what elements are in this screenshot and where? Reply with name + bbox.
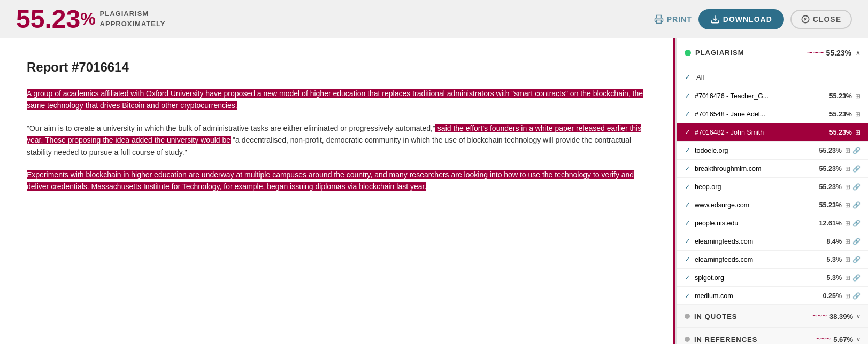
website-row-todoele[interactable]: ✓ todoele.org 55.23% ⊞ 🔗 [677,142,868,160]
source-1-percent: 55.23% [829,92,852,100]
medium-percent: 0.25% [823,292,842,300]
website-row-elearning1[interactable]: ✓ elearningfeeds.com 8.4% ⊞ 🔗 [677,232,868,251]
website-row-medium[interactable]: ✓ medium.com 0.25% ⊞ 🔗 [677,287,868,305]
spigot-percent: 5.3% [827,274,842,282]
website-row-heop[interactable]: ✓ heop.org 55.23% ⊞ 🔗 [677,178,868,196]
heop-name: heop.org [695,183,815,191]
sidebar-source-1[interactable]: ✓ #7016476 - Teacher_G... 55.23% ⊞ [677,87,868,105]
sidebar-plagiarism-header[interactable]: PLAGIARISM ~~~ 55.23% ∧ [677,38,868,67]
edsurge-ext-icon[interactable]: ⊞ [845,201,850,209]
source-3-ext-icon[interactable]: ⊞ [855,129,861,136]
source-1-ext-icon[interactable]: ⊞ [855,92,861,100]
heop-icons: ⊞ 🔗 [845,183,861,191]
heop-ext-icon[interactable]: ⊞ [845,183,850,191]
heop-percent: 55.23% [819,183,842,191]
references-tilde: ~~~ [816,334,831,344]
breakthrough-percent: 55.23% [819,165,842,173]
all-label: All [696,73,704,81]
medium-ext-icon[interactable]: ⊞ [845,292,850,300]
plagiarism-dot [685,50,691,56]
elearning1-ext-icon[interactable]: ⊞ [845,238,850,245]
website-row-elearning2[interactable]: ✓ elearningfeeds.com 5.3% ⊞ 🔗 [677,251,868,269]
source-3-check: ✓ [685,128,690,136]
people-uis-percent: 12.61% [819,220,842,227]
breakthrough-link-icon[interactable]: 🔗 [852,165,861,173]
medium-link-icon[interactable]: 🔗 [852,292,861,300]
website-row-spigot[interactable]: ✓ spigot.org 5.3% ⊞ 🔗 [677,269,868,287]
report-title: Report #7016614 [27,60,646,75]
download-icon [710,14,720,24]
breakthrough-check: ✓ [685,165,690,173]
todoele-check: ✓ [685,146,690,154]
source-2-check: ✓ [685,110,690,118]
edsurge-link-icon[interactable]: 🔗 [852,201,861,209]
spigot-check: ✓ [685,273,690,282]
spigot-name: spigot.org [695,274,823,282]
website-row-edsurge[interactable]: ✓ www.edsurge.com 55.23% ⊞ 🔗 [677,196,868,214]
sidebar-source-2[interactable]: ✓ #7016548 - Jane Adel... 55.23% ⊞ [677,105,868,123]
download-button[interactable]: DOWNLOAD [698,9,784,29]
elearning2-percent: 5.3% [827,256,842,263]
print-label: PRINT [667,15,692,24]
todoele-ext-icon[interactable]: ⊞ [845,147,850,154]
elearning2-link-icon[interactable]: 🔗 [852,256,861,263]
source-1-icons: ⊞ [855,92,861,100]
spigot-ext-icon[interactable]: ⊞ [845,274,850,282]
highlighted-text-1: A group of academics affiliated with Oxf… [27,89,643,110]
source-2-percent: 55.23% [829,111,852,118]
edsurge-check: ✓ [685,201,690,209]
elearning2-name: elearningfeeds.com [695,256,823,263]
paragraph-3: Experiments with blockchain in higher ed… [27,169,646,193]
elearning2-ext-icon[interactable]: ⊞ [845,256,850,263]
plagiarism-chevron-icon: ∧ [856,49,861,57]
quotes-chevron-icon: ∨ [856,313,861,320]
source-3-percent: 55.23% [829,129,852,136]
in-references-section[interactable]: IN REFERENCES ~~~ 5.67% ∨ [677,328,868,344]
quotes-tilde: ~~~ [812,311,827,321]
source-2-ext-icon[interactable]: ⊞ [855,111,861,118]
medium-check: ✓ [685,292,690,300]
elearning2-check: ✓ [685,255,690,263]
elearning1-link-icon[interactable]: 🔗 [852,238,861,245]
source-3-name: #7016482 - John Smith [695,129,825,136]
heop-link-icon[interactable]: 🔗 [852,183,861,191]
source-3-icons: ⊞ [855,129,861,136]
label-line2: APPROXIMATELY [100,19,166,29]
print-button[interactable]: PRINT [654,14,692,24]
references-chevron-icon: ∨ [856,336,861,343]
heop-check: ✓ [685,183,690,191]
percent-sign: % [80,9,95,29]
in-quotes-section[interactable]: IN QUOTES ~~~ 38.39% ∨ [677,305,868,328]
download-label: DOWNLOAD [723,15,772,24]
todoele-link-icon[interactable]: 🔗 [852,147,861,154]
in-quotes-percent: 38.39% [829,312,853,320]
sidebar-plagiarism-title: PLAGIARISM [695,49,807,57]
paragraph-1: A group of academics affiliated with Oxf… [27,88,646,112]
close-button[interactable]: CLOSE [790,10,852,29]
sidebar: PLAGIARISM ~~~ 55.23% ∧ ✓ All ✓ #7016476… [675,38,868,344]
spigot-link-icon[interactable]: 🔗 [852,274,861,282]
people-uis-name: people.uis.edu [695,220,815,227]
elearning2-icons: ⊞ 🔗 [845,256,861,263]
highlighted-text-3: Experiments with blockchain in higher ed… [27,170,634,191]
website-row-breakthrough[interactable]: ✓ breakthroughmlm.com 55.23% ⊞ 🔗 [677,160,868,178]
header-actions: PRINT DOWNLOAD CLOSE [654,9,852,29]
content-area: Report #7016614 A group of academics aff… [0,38,673,344]
plagiarism-label: PLAGIARISM APPROXIMATELY [100,9,166,28]
source-1-check: ✓ [685,92,690,100]
medium-icons: ⊞ 🔗 [845,292,861,300]
people-uis-ext-icon[interactable]: ⊞ [845,220,850,227]
website-row-people-uis[interactable]: ✓ people.uis.edu 12.61% ⊞ 🔗 [677,214,868,232]
paragraph-2: "Our aim is to create a university in wh… [27,122,646,158]
sidebar-all-row[interactable]: ✓ All [677,67,868,87]
sidebar-source-3-active[interactable]: ✓ #7016482 - John Smith 55.23% ⊞ [677,123,868,142]
people-uis-link-icon[interactable]: 🔗 [852,220,861,227]
in-quotes-title: IN QUOTES [694,312,812,320]
breakthrough-ext-icon[interactable]: ⊞ [845,165,850,173]
elearning1-percent: 8.4% [827,238,842,245]
header: 55.23 % PLAGIARISM APPROXIMATELY PRINT D… [0,0,868,38]
edsurge-name: www.edsurge.com [695,201,815,209]
people-uis-icons: ⊞ 🔗 [845,220,861,227]
all-check-icon: ✓ [685,73,691,81]
quotes-dot [685,314,690,319]
